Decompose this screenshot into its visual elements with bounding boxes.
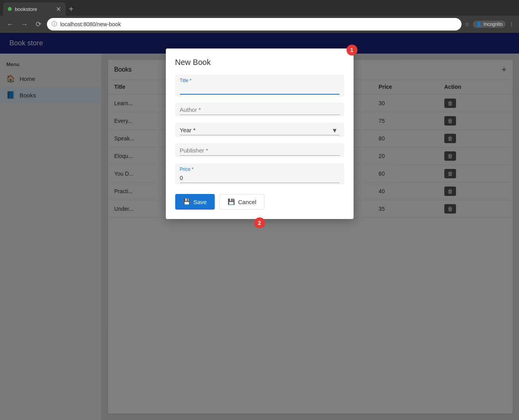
- reload-button[interactable]: ⟳: [33, 19, 44, 30]
- badge-1: 1: [347, 45, 357, 56]
- tab-close-button[interactable]: ✕: [56, 5, 61, 13]
- publisher-form-group: [175, 143, 344, 157]
- title-form-group: Title *: [175, 75, 344, 96]
- tab-bar: bookstore ✕ +: [0, 0, 519, 16]
- bookmark-icon[interactable]: ☆: [465, 21, 470, 27]
- save-icon: 💾: [183, 198, 190, 205]
- title-input[interactable]: [180, 85, 339, 95]
- incognito-label: Incognito: [483, 22, 503, 27]
- active-tab[interactable]: bookstore ✕: [3, 2, 66, 16]
- address-bar[interactable]: ⓘ localhost:8080/new-book: [47, 18, 462, 31]
- modal-title: New Book: [175, 58, 344, 67]
- new-book-modal: New Book 1 Title * Year * 2024 2023 2022…: [166, 48, 354, 219]
- price-label: Price *: [180, 167, 339, 172]
- browser-controls: ← → ⟳ ⓘ localhost:8080/new-book ☆ 👤 Inco…: [0, 16, 519, 33]
- browser-actions: ☆ 👤 Incognito ⋮: [465, 21, 514, 28]
- back-button[interactable]: ←: [5, 19, 16, 30]
- incognito-badge: 👤 Incognito: [473, 21, 506, 28]
- badge-2: 2: [254, 217, 265, 228]
- menu-icon[interactable]: ⋮: [509, 21, 514, 27]
- save-label: Save: [194, 199, 207, 205]
- cancel-label: Cancel: [238, 199, 257, 205]
- tab-title: bookstore: [15, 6, 37, 12]
- tab-favicon: [8, 7, 12, 11]
- author-form-group: [175, 102, 344, 117]
- price-form-group: Price *: [175, 163, 344, 185]
- cancel-icon: 💾: [228, 198, 235, 205]
- cancel-button[interactable]: 💾 Cancel: [219, 194, 265, 210]
- year-select[interactable]: Year * 2024 2023 2022 2021 2020: [180, 126, 339, 135]
- year-form-group: Year * 2024 2023 2022 2021 2020 ▼: [175, 123, 344, 137]
- security-icon: ⓘ: [52, 21, 57, 28]
- modal-overlay: New Book 1 Title * Year * 2024 2023 2022…: [0, 33, 519, 420]
- year-select-wrapper: Year * 2024 2023 2022 2021 2020 ▼: [180, 126, 339, 135]
- forward-button[interactable]: →: [19, 19, 30, 30]
- price-input[interactable]: [180, 174, 339, 183]
- new-tab-button[interactable]: +: [69, 5, 74, 14]
- save-button[interactable]: 💾 Save: [175, 194, 215, 210]
- url-text: localhost:8080/new-book: [60, 21, 457, 27]
- title-label: Title *: [180, 78, 339, 83]
- publisher-input[interactable]: [180, 146, 339, 156]
- modal-btn-row: 💾 Save 💾 Cancel 2: [175, 194, 344, 210]
- author-input[interactable]: [180, 106, 339, 115]
- browser-chrome: bookstore ✕ + ← → ⟳ ⓘ localhost:8080/new…: [0, 0, 519, 33]
- incognito-icon: 👤: [476, 22, 482, 27]
